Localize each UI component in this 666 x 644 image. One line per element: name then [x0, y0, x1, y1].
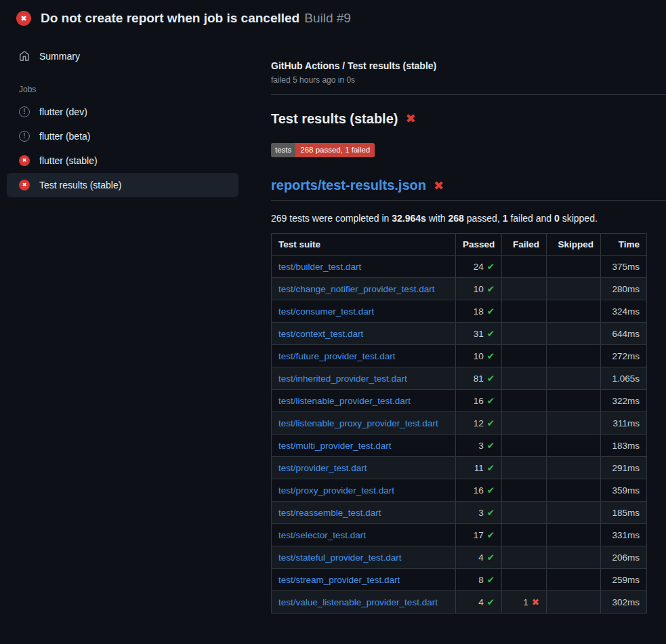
passed-cell: 3✔ [456, 502, 502, 524]
skipped-cell [547, 300, 601, 323]
summary-text: failed and [508, 213, 555, 224]
failed-cell [502, 367, 547, 390]
layout: Summary Jobs ! flutter (dev) ! flutter (… [0, 33, 666, 614]
time-cell: 375ms [601, 256, 647, 278]
suite-link[interactable]: test/change_notifier_provider_test.dart [278, 284, 434, 294]
suite-link[interactable]: test/stream_provider_test.dart [278, 575, 400, 585]
summary-skipped-count: 0 [554, 213, 560, 224]
skipped-cell [547, 479, 601, 502]
table-row: test/consumer_test.dart 18✔ 324ms [272, 300, 647, 323]
failed-cell [502, 502, 547, 524]
sidebar-item-label: flutter (stable) [39, 155, 98, 166]
time-cell: 206ms [601, 546, 647, 569]
suite-link[interactable]: test/selector_test.dart [278, 530, 366, 540]
suite-link[interactable]: test/inherited_provider_test.dart [278, 374, 407, 384]
table-row: test/change_notifier_provider_test.dart … [272, 278, 647, 300]
skipped-cell [547, 546, 601, 569]
table-row: test/stateful_provider_test.dart 4✔ 206m… [272, 546, 647, 569]
passed-cell: 16✔ [456, 390, 502, 412]
suite-cell: test/reassemble_test.dart [272, 502, 456, 524]
suite-link[interactable]: test/context_test.dart [278, 329, 363, 339]
check-icon: ✔ [487, 306, 495, 317]
time-cell: 183ms [601, 435, 647, 457]
run-status-line: failed 5 hours ago in 0s [271, 75, 666, 85]
col-time: Time [601, 234, 647, 256]
suite-link[interactable]: test/multi_provider_test.dart [278, 441, 392, 451]
check-icon: ✔ [487, 508, 495, 518]
time-cell: 331ms [601, 524, 647, 546]
check-icon: ✔ [487, 552, 495, 563]
run-failed-icon: ✖ [16, 11, 31, 26]
time-cell: 280ms [601, 278, 647, 300]
suite-cell: test/builder_test.dart [272, 256, 456, 278]
failed-x-icon: ✖ [434, 180, 444, 192]
tests-badge: tests 268 passed, 1 failed [271, 143, 375, 158]
summary-text: skipped. [560, 213, 598, 224]
check-icon: ✔ [487, 418, 495, 428]
passed-cell: 11✔ [456, 457, 502, 479]
skipped-cell [547, 524, 601, 546]
suite-link[interactable]: test/listenable_provider_test.dart [278, 396, 411, 406]
failed-cell [502, 435, 547, 457]
suite-cell: test/provider_test.dart [272, 457, 456, 479]
suite-cell: test/inherited_provider_test.dart [272, 367, 456, 390]
divider [271, 94, 666, 95]
suite-link[interactable]: test/consumer_test.dart [278, 306, 374, 317]
suite-cell: test/listenable_provider_test.dart [272, 390, 456, 412]
skipped-cell [547, 256, 601, 278]
passed-cell: 10✔ [456, 345, 502, 367]
passed-cell: 24✔ [456, 256, 502, 278]
sidebar-item-flutter-beta[interactable]: ! flutter (beta) [7, 124, 238, 148]
report-link[interactable]: reports/test-results.json [271, 178, 426, 193]
failed-cell [502, 278, 547, 300]
failed-cell: 1✖ [502, 591, 547, 613]
passed-cell: 3✔ [456, 435, 502, 457]
table-header-row: Test suite Passed Failed Skipped Time [272, 234, 647, 256]
skipped-cell [547, 367, 601, 390]
suite-link[interactable]: test/future_provider_test.dart [278, 351, 396, 361]
suite-cell: test/value_listenable_provider_test.dart [272, 591, 456, 613]
check-icon: ✔ [487, 441, 495, 451]
passed-cell: 4✔ [456, 591, 502, 613]
time-cell: 324ms [601, 300, 647, 323]
table-row: test/context_test.dart 31✔ 644ms [272, 323, 647, 345]
suite-link[interactable]: test/stateful_provider_test.dart [278, 552, 402, 563]
badge-label: tests [271, 143, 295, 158]
sidebar-summary-label: Summary [39, 51, 80, 62]
suite-cell: test/context_test.dart [272, 323, 456, 345]
failed-cell [502, 323, 547, 345]
suite-link[interactable]: test/builder_test.dart [278, 262, 361, 272]
failed-icon: ✖ [19, 155, 30, 166]
passed-cell: 16✔ [456, 479, 502, 502]
table-row: test/provider_test.dart 11✔ 291ms [272, 457, 647, 479]
failed-icon: ✖ [19, 180, 30, 190]
suite-link[interactable]: test/proxy_provider_test.dart [278, 485, 394, 496]
suite-link[interactable]: test/listenable_proxy_provider_test.dart [278, 418, 438, 428]
badge-value: 268 passed, 1 failed [295, 143, 375, 158]
sidebar-item-flutter-dev[interactable]: ! flutter (dev) [7, 100, 238, 124]
table-row: test/reassemble_test.dart 3✔ 185ms [272, 502, 647, 524]
passed-cell: 10✔ [456, 278, 502, 300]
home-icon [19, 51, 30, 62]
suite-cell: test/multi_provider_test.dart [272, 435, 456, 457]
sidebar-item-flutter-stable[interactable]: ✖ flutter (stable) [7, 148, 238, 173]
passed-cell: 8✔ [456, 569, 502, 591]
sidebar-item-label: flutter (beta) [39, 131, 90, 142]
results-table-body: test/builder_test.dart 24✔ 375ms test/ch… [272, 256, 647, 613]
passed-cell: 31✔ [456, 323, 502, 345]
suite-link[interactable]: test/reassemble_test.dart [278, 508, 381, 518]
results-table: Test suite Passed Failed Skipped Time te… [271, 233, 647, 613]
sidebar-item-test-results-stable[interactable]: ✖ Test results (stable) [7, 173, 238, 197]
failed-cell [502, 524, 547, 546]
suite-link[interactable]: test/provider_test.dart [278, 463, 367, 473]
check-icon: ✔ [487, 374, 495, 384]
sidebar: Summary Jobs ! flutter (dev) ! flutter (… [0, 33, 271, 197]
time-cell: 302ms [601, 591, 647, 613]
check-icon: ✔ [487, 262, 495, 272]
skipped-cell [547, 412, 601, 435]
jobs-section-label: Jobs [19, 85, 271, 94]
suite-link[interactable]: test/value_listenable_provider_test.dart [278, 597, 438, 607]
sidebar-item-summary[interactable]: Summary [7, 44, 238, 68]
skipped-cell [547, 390, 601, 412]
check-icon: ✔ [487, 329, 495, 339]
